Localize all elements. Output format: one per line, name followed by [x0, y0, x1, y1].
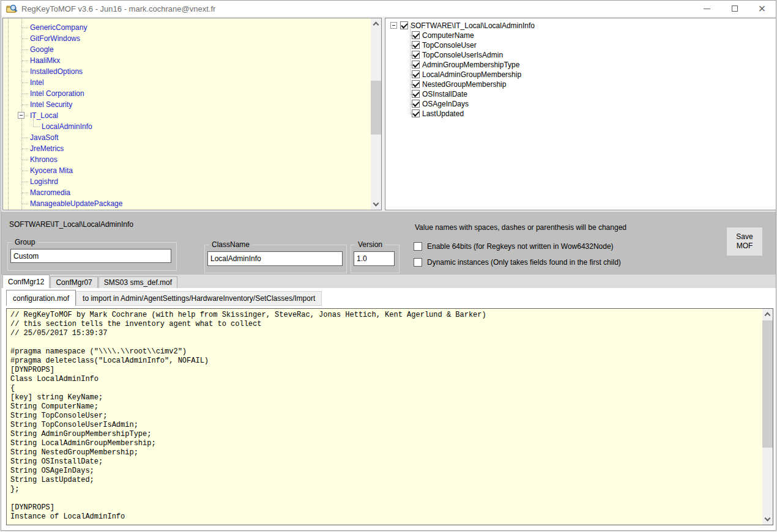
tree-item-label[interactable]: OSAgeInDays [422, 100, 469, 108]
registry-tree-item[interactable]: LocalAdminInfo [3, 121, 370, 132]
tree-item-label[interactable]: JavaSoft [30, 133, 59, 142]
inner-tab[interactable]: to import in Admin/AgentSettings/Hardwar… [76, 291, 322, 306]
outer-tab[interactable]: SMS03 sms_def.mof [99, 276, 177, 288]
registry-tree-item[interactable]: ManageableUpdatePackage [3, 198, 370, 209]
close-button[interactable]: × [748, 1, 776, 17]
fields-tree-item[interactable]: AdminGroupMembershipType [385, 60, 775, 70]
dynamic-instances-label[interactable]: Dynamic instances (Only takes fields fou… [427, 258, 621, 267]
registry-tree-item[interactable]: HaaliMkx [3, 55, 370, 66]
code-line: // this section tells the inventory agen… [10, 320, 759, 329]
group-input[interactable] [10, 249, 171, 263]
code-line: String LocalAdminGroupMembership; [10, 439, 759, 448]
maximize-button[interactable] [721, 1, 748, 17]
scrollbar-thumb[interactable] [762, 320, 773, 448]
registry-tree-item[interactable]: InstalledOptions [3, 66, 370, 77]
checkbox-checked-icon[interactable] [412, 41, 420, 49]
tree-item-label[interactable]: Intel Security [30, 100, 72, 109]
mof-code-editor[interactable]: // RegKeyToMOF by Mark Cochrane (with he… [6, 308, 773, 525]
fields-tree-item[interactable]: NestedGroupMembership [385, 79, 775, 89]
registry-tree-item[interactable]: Intel [3, 77, 370, 88]
registry-tree-item[interactable]: IT_Local [3, 110, 370, 121]
tree-item-label[interactable]: InstalledOptions [30, 67, 83, 76]
tree-item-label[interactable]: Kyocera Mita [30, 166, 73, 175]
inner-tab[interactable]: configuration.mof [6, 290, 76, 306]
classname-input[interactable] [207, 251, 343, 266]
tree-item-label[interactable]: OSInstallDate [422, 90, 467, 98]
enable-64bits-checkbox[interactable] [414, 242, 422, 251]
scroll-down-button[interactable] [762, 514, 773, 525]
enable-64bits-label[interactable]: Enable 64bits (for Regkeys not written i… [427, 242, 614, 251]
tree-item-label[interactable]: SOFTWARE\IT_Local\LocalAdminInfo [411, 21, 535, 30]
tree-item-label[interactable]: LocalAdminInfo [42, 122, 92, 131]
registry-tree-item[interactable]: GenericCompany [3, 22, 370, 33]
registry-tree-scrollbar[interactable] [371, 18, 381, 210]
tree-item-label[interactable]: NestedGroupMembership [422, 80, 506, 89]
tree-item-label[interactable]: TopConsoleUserIsAdmin [422, 51, 503, 59]
registry-tree-item[interactable]: Google [3, 44, 370, 55]
tree-item-label[interactable]: HaaliMkx [30, 56, 60, 65]
fields-tree-item[interactable]: TopConsoleUser [385, 40, 775, 50]
registry-tree-item[interactable]: Logishrd [3, 176, 370, 187]
registry-tree-item[interactable]: JavaSoft [3, 132, 370, 143]
chevron-down-icon [765, 515, 771, 522]
minimize-button[interactable] [693, 1, 721, 17]
registry-tree-item[interactable]: JreMetrics [3, 143, 370, 154]
outer-tab[interactable]: ConfMgr12 [2, 275, 50, 288]
dynamic-instances-checkbox-row[interactable]: Dynamic instances (Only takes fields fou… [414, 257, 621, 267]
checkbox-checked-icon[interactable] [412, 109, 420, 117]
checkbox-checked-icon[interactable] [412, 51, 420, 59]
fields-tree-item[interactable]: OSInstallDate [385, 89, 775, 99]
registry-tree-item[interactable]: Intel Corporation [3, 88, 370, 99]
registry-tree-item[interactable]: GitForWindows [3, 33, 370, 44]
tree-item-label[interactable]: ManageableUpdatePackage [30, 199, 122, 208]
classname-groupbox: ClassName [204, 245, 347, 273]
enable-64bits-checkbox-row[interactable]: Enable 64bits (for Regkeys not written i… [414, 242, 614, 251]
tree-item-label[interactable]: ComputerName [422, 31, 474, 40]
checkbox-checked-icon[interactable] [412, 100, 420, 108]
checkbox-checked-icon[interactable] [400, 21, 408, 29]
fields-tree: SOFTWARE\IT_Local\LocalAdminInfoComputer… [385, 21, 775, 119]
checkbox-checked-icon[interactable] [412, 80, 420, 88]
scroll-up-button[interactable] [762, 309, 773, 319]
checkbox-checked-icon[interactable] [412, 61, 420, 68]
tree-item-label[interactable]: Khronos [30, 155, 58, 164]
registry-tree-item[interactable]: Intel Security [3, 99, 370, 110]
tree-item-label[interactable]: AdminGroupMembershipType [422, 61, 519, 69]
fields-tree-item[interactable]: ComputerName [385, 31, 775, 40]
minimize-icon [704, 9, 710, 9]
version-input[interactable] [354, 251, 395, 266]
version-label: Version [355, 240, 385, 249]
tree-item-label[interactable]: IT_Local [30, 111, 58, 120]
tree-item-label[interactable]: Logishrd [30, 177, 58, 186]
fields-tree-root-item[interactable]: SOFTWARE\IT_Local\LocalAdminInfo [385, 21, 775, 31]
tree-item-label[interactable]: LastUpdated [422, 109, 464, 118]
outer-tab[interactable]: ConfMgr07 [50, 276, 97, 288]
fields-tree-item[interactable]: LastUpdated [385, 109, 775, 119]
tree-item-label[interactable]: GitForWindows [30, 34, 80, 43]
scroll-down-button[interactable] [371, 199, 381, 210]
tree-item-label[interactable]: LocalAdminGroupMembership [422, 70, 521, 79]
tree-item-label[interactable]: JreMetrics [30, 144, 64, 153]
tree-item-label[interactable]: TopConsoleUser [422, 41, 477, 50]
code-editor-scrollbar[interactable] [762, 309, 773, 525]
save-mof-button[interactable]: Save MOF [726, 227, 763, 256]
tree-item-label[interactable]: Macromedia [30, 188, 70, 197]
collapse-expander-icon[interactable] [390, 22, 397, 29]
tree-item-label[interactable]: Intel [30, 78, 44, 87]
registry-tree-item[interactable]: Macromedia [3, 187, 370, 198]
tree-item-label[interactable]: Google [30, 45, 54, 54]
checkbox-checked-icon[interactable] [412, 90, 420, 98]
checkbox-checked-icon[interactable] [412, 70, 420, 78]
scrollbar-thumb[interactable] [371, 81, 381, 135]
checkbox-checked-icon[interactable] [412, 31, 420, 39]
fields-tree-item[interactable]: OSAgeInDays [385, 99, 775, 109]
dynamic-instances-checkbox[interactable] [414, 258, 422, 267]
registry-tree-item[interactable]: Khronos [3, 154, 370, 165]
collapse-expander-icon[interactable] [18, 112, 24, 119]
tree-item-label[interactable]: Intel Corporation [30, 89, 84, 98]
registry-tree-item[interactable]: Kyocera Mita [3, 165, 370, 176]
fields-tree-item[interactable]: LocalAdminGroupMembership [385, 70, 775, 79]
fields-tree-item[interactable]: TopConsoleUserIsAdmin [385, 50, 775, 60]
tree-item-label[interactable]: GenericCompany [30, 23, 87, 32]
scroll-up-button[interactable] [371, 18, 381, 29]
